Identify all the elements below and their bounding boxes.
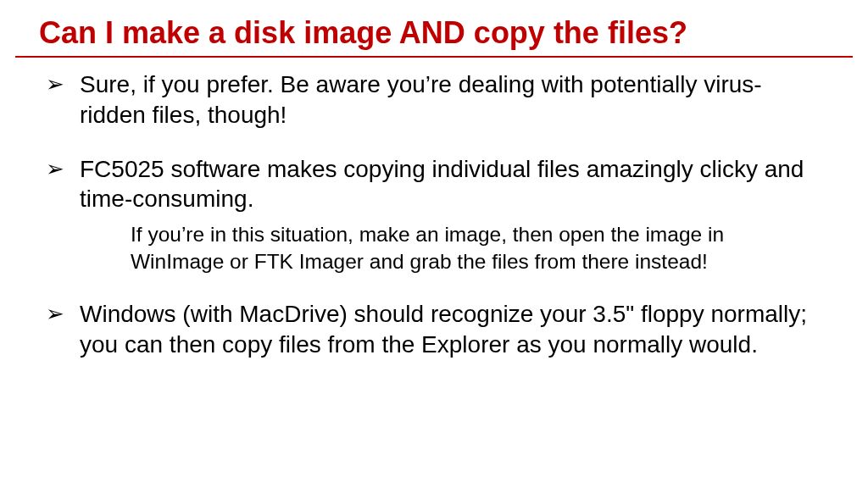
list-item: ➢ Windows (with MacDrive) should recogni… (46, 299, 817, 360)
bullet-list: ➢ Sure, if you prefer. Be aware you’re d… (46, 69, 817, 360)
sub-bullet-text: If you’re in this situation, make an ima… (131, 221, 817, 275)
bullet-text: Sure, if you prefer. Be aware you’re dea… (80, 71, 762, 128)
bullet-text: Windows (with MacDrive) should recognize… (80, 301, 807, 358)
bullet-text: FC5025 software makes copying individual… (80, 156, 804, 213)
list-item: ➢ Sure, if you prefer. Be aware you’re d… (46, 69, 817, 130)
chevron-right-icon: ➢ (46, 154, 64, 184)
slide: Can I make a disk image AND copy the fil… (0, 0, 868, 488)
list-item: ➢ FC5025 software makes copying individu… (46, 154, 817, 275)
chevron-right-icon: ➢ (46, 69, 64, 99)
chevron-right-icon: ➢ (46, 299, 64, 329)
slide-title: Can I make a disk image AND copy the fil… (0, 15, 868, 56)
title-rule (15, 56, 853, 58)
slide-body: ➢ Sure, if you prefer. Be aware you’re d… (0, 69, 868, 360)
